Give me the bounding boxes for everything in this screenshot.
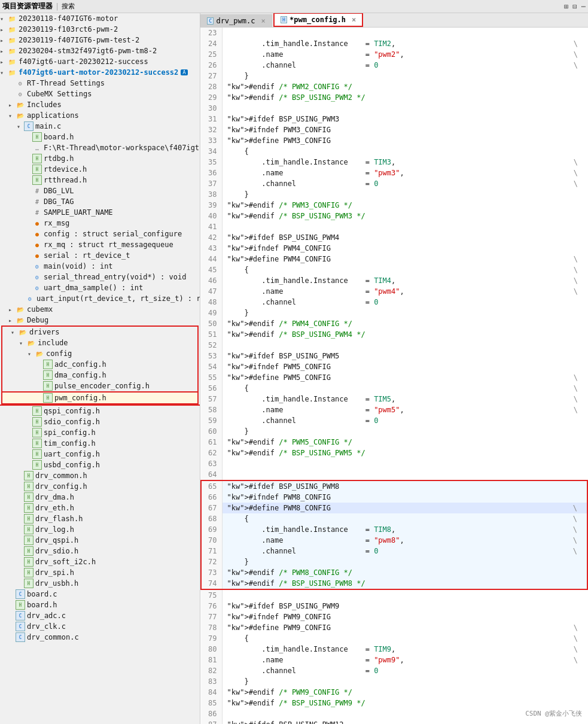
tree-item-drv_config_h[interactable]: Hdrv_config.h <box>0 481 200 492</box>
tree-item-drv_sdio_h[interactable]: Hdrv_sdio.h <box>0 546 200 556</box>
expand-arrow[interactable]: ▾ <box>17 123 24 130</box>
expand-arrow[interactable]: ▸ <box>8 317 16 324</box>
tree-item-rtdevice_h[interactable]: Hrtdevice.h <box>0 164 200 175</box>
tree-item-main_c[interactable]: ▾Cmain.c <box>0 121 200 132</box>
tree-item-proj6[interactable]: ▾📁f407igt6-uart-motor-20230212-success2A <box>0 67 200 78</box>
tree-item-drv_common_h[interactable]: Hdrv_common.h <box>0 470 200 481</box>
tree-item-board_path[interactable]: …F:\Rt-Thread\motor-workspace\f407igt <box>0 142 200 153</box>
tree-item-dbg_lvl[interactable]: #DBG_LVL <box>0 185 200 196</box>
expand-arrow[interactable]: ▸ <box>0 37 7 44</box>
path-icon: … <box>32 143 42 153</box>
code-area[interactable]: 2324 .tim_handle.Instance = TIM2,\25 .na… <box>200 28 588 724</box>
tree-label-drv_qspi_h: drv_qspi.h <box>35 536 78 544</box>
settings-icon: ⚙ <box>16 78 25 88</box>
tree-item-drv_common_c[interactable]: Cdrv_common.c <box>0 632 200 643</box>
tree-item-uart_dma[interactable]: ⚙uart_dma_sample() : int <box>0 282 200 293</box>
h-file-icon: H <box>32 449 42 459</box>
tree-item-drv_eth_h[interactable]: Hdrv_eth.h <box>0 503 200 513</box>
tree-item-rtdbg_h[interactable]: Hrtdbg.h <box>0 153 200 164</box>
tree-label-drv_config_h: drv_config.h <box>35 482 87 491</box>
tree-item-uart_input[interactable]: ⚙uart_input(rt_device_t, rt_size_t) : rt… <box>0 293 200 304</box>
tree-item-drivers[interactable]: ▾📂drivers <box>1 326 199 337</box>
tree-item-drv_flash_h[interactable]: Hdrv_flash.h <box>0 513 200 524</box>
line-number: 64 <box>201 469 222 480</box>
tree-item-board_c[interactable]: Cboard.c <box>0 589 200 600</box>
expand-arrow[interactable]: ▾ <box>11 329 18 336</box>
tree-item-proj2[interactable]: ▸📁20230119-f103rct6-pwm-2 <box>0 24 200 35</box>
tree-item-drv_clk_c[interactable]: Cdrv_clk.c <box>0 621 200 632</box>
tree-item-pwm_config[interactable]: Hpwm_config.h <box>1 391 199 404</box>
expand-arrow[interactable]: ▾ <box>0 69 7 76</box>
tree-item-dma_config[interactable]: Hdma_config.h <box>1 370 199 381</box>
tab-drv_pwm.c[interactable]: Cdrv_pwm.c× <box>200 14 272 27</box>
code-line-70: 70 .name = "pwm8",\ <box>201 535 587 546</box>
tree-item-tim_config[interactable]: Htim_config.h <box>0 438 200 449</box>
line-number: 70 <box>201 535 222 546</box>
tree-item-pulse_encoder[interactable]: Hpulse_encoder_config.h <box>1 381 199 391</box>
tree-item-include[interactable]: ▾📂include <box>1 337 199 348</box>
expand-arrow[interactable]: ▸ <box>0 26 7 33</box>
tree-item-spi_config[interactable]: Hspi_config.h <box>0 427 200 438</box>
tree-item-config[interactable]: ▾📂config <box>1 348 199 359</box>
tree-item-rt-thread[interactable]: ⚙RT-Thread Settings <box>0 78 200 89</box>
code-line-56: 56 {\ <box>201 383 587 394</box>
line-number: 66 <box>201 492 222 503</box>
tree-label-dbg_tag: DBG_TAG <box>44 197 74 206</box>
expand-arrow[interactable]: ▸ <box>8 306 16 313</box>
tree-item-main_fn[interactable]: ⚙main(void) : int <box>0 261 200 272</box>
tree-item-drv_spi_h[interactable]: Hdrv_spi.h <box>0 567 200 578</box>
h-file-icon: H <box>32 406 42 416</box>
expand-arrow[interactable]: ▸ <box>0 48 7 54</box>
expand-arrow[interactable]: ▾ <box>19 340 26 346</box>
tree-item-uart_config[interactable]: Huart_config.h <box>0 449 200 460</box>
tree-item-proj4[interactable]: ▸📁20230204-stm32f497igt6-pwm-tm8-2 <box>0 45 200 56</box>
expand-arrow[interactable]: ▾ <box>28 351 35 357</box>
tree-item-proj1[interactable]: ▾📁20230118-f407IGT6-motor <box>0 13 200 24</box>
tree-item-includes[interactable]: ▸📂Includes <box>0 99 200 110</box>
line-content: "kw">#endif /* BSP_USING_PWM5 */ <box>222 448 587 458</box>
tree-item-adc_config[interactable]: Hadc_config.h <box>1 359 199 370</box>
tree-item-cubemx2[interactable]: ▸📂cubemx <box>0 304 200 315</box>
tree-item-rtthread_h[interactable]: Hrtthread.h <box>0 175 200 185</box>
line-content: .channel = 0\ <box>222 178 587 189</box>
line-number: 29 <box>201 92 222 103</box>
tree-item-proj5[interactable]: ▸📁f407igt6-uart-20230212-success <box>0 56 200 67</box>
tree-item-serial[interactable]: ●serial : rt_device_t <box>0 250 200 261</box>
tree-item-serial_thread[interactable]: ⚙serial_thread_entry(void*) : void <box>0 272 200 282</box>
tree-item-drv_dma_h[interactable]: Hdrv_dma.h <box>0 492 200 503</box>
tree-item-rx_mq[interactable]: ●rx_mq : struct rt_messagequeue <box>0 239 200 250</box>
tree-item-drv_qspi_h[interactable]: Hdrv_qspi.h <box>0 535 200 546</box>
tree-item-drv_adc_c[interactable]: Cdrv_adc.c <box>0 610 200 621</box>
editor-panel: Cdrv_pwm.c×H*pwm_config.h× 2324 .tim_han… <box>200 13 588 724</box>
tab-*pwm_config.h[interactable]: H*pwm_config.h× <box>273 13 364 27</box>
line-content: .name = "pwm8",\ <box>222 535 587 546</box>
tree-item-rx_msg[interactable]: ●rx_msg <box>0 218 200 229</box>
define-icon: # <box>32 208 42 217</box>
expand-arrow[interactable]: ▸ <box>8 102 16 108</box>
tree-item-drv_usbh_h[interactable]: Hdrv_usbh.h <box>0 578 200 589</box>
tree-label-proj1: 20230118-f407IGT6-motor <box>19 14 118 23</box>
h-file-icon: H <box>43 393 53 403</box>
expand-arrow[interactable]: ▾ <box>8 112 16 119</box>
tree-item-config_serial[interactable]: ●config : struct serial_configure <box>0 229 200 239</box>
tab-close-icon[interactable]: × <box>261 17 265 25</box>
tree-item-sample_uart[interactable]: #SAMPLE_UART_NAME <box>0 207 200 218</box>
h-file-icon: H <box>24 536 33 545</box>
h-file-icon: H <box>32 165 42 174</box>
tree-item-drv_soft_i2c_h[interactable]: Hdrv_soft_i2c.h <box>0 556 200 567</box>
tree-item-proj3[interactable]: ▸📁20230119-f407IGT6-pwm-test-2 <box>0 35 200 45</box>
tree-label-spi_config: spi_config.h <box>44 428 96 437</box>
tree-item-applications[interactable]: ▾📂applications <box>0 110 200 121</box>
tree-item-sdio_config[interactable]: Hsdio_config.h <box>0 416 200 427</box>
tree-item-qspi_config[interactable]: Hqspi_config.h <box>0 404 200 416</box>
tree-item-dbg_tag[interactable]: #DBG_TAG <box>0 196 200 207</box>
tab-close-icon[interactable]: × <box>352 16 356 24</box>
tree-item-drv_log_h[interactable]: Hdrv_log.h <box>0 524 200 535</box>
tree-item-usbd_config[interactable]: Husbd_config.h <box>0 460 200 470</box>
tree-item-debug[interactable]: ▸📂Debug <box>0 315 200 326</box>
expand-arrow[interactable]: ▸ <box>0 59 7 65</box>
expand-arrow[interactable]: ▾ <box>0 16 7 22</box>
tree-item-board_h2[interactable]: Hboard.h <box>0 600 200 610</box>
tree-item-cubemx[interactable]: ⚙CubeMX Settings <box>0 89 200 99</box>
tree-item-board_h[interactable]: Hboard.h <box>0 132 200 142</box>
